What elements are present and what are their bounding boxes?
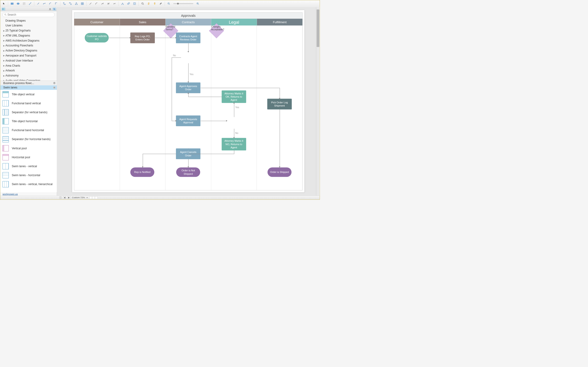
pan-tool-icon[interactable] [146,1,151,6]
ellipse-tool-icon[interactable] [16,1,21,6]
close-icon[interactable]: ✕ [53,86,56,89]
shape-item[interactable]: Horizontal pool [0,153,57,162]
lane-header[interactable]: Sales [120,19,166,25]
node-requests[interactable]: Agent Requests Approval [176,116,200,126]
close-icon[interactable]: ✕ [53,82,56,84]
shape-item[interactable]: Title object vertical [0,90,57,99]
shape-thumb-icon [2,172,9,178]
table-tool-icon[interactable] [80,1,85,6]
shape-item[interactable]: Swim lanes - horizontal [0,171,57,180]
highlighter-icon[interactable] [152,1,157,6]
arc-tool-icon[interactable] [94,1,99,6]
library-panel-icon[interactable] [2,8,5,11]
lane-header[interactable]: Contracts [166,19,211,25]
sidebar-item[interactable]: ▶Aerospace and Transport [0,53,57,58]
node-rep-notified[interactable]: Rep is Notified [131,167,154,177]
node-approves[interactable]: Agent Approves Order [176,83,200,93]
curve-tool-icon[interactable] [100,1,105,6]
group-icon[interactable] [132,1,137,6]
zoom-slider[interactable] [174,3,193,4]
search-toggle-icon[interactable] [53,8,56,11]
edit-points-icon[interactable] [120,1,125,6]
shape-item[interactable]: Swim lanes - vertical [0,162,57,171]
edge [188,63,189,82]
tree-conn-icon[interactable] [74,1,79,6]
node-shipped[interactable]: Order is Shipped [268,167,291,177]
text-tool-icon[interactable] [22,1,27,6]
shape-item[interactable]: Separator (for horizontal bands) [0,135,57,144]
lane-header[interactable]: Fulfillment [257,19,303,25]
poly-tool-icon[interactable] [106,1,111,6]
sidebar-item[interactable]: ▶Artwork [0,68,57,73]
ungroup-icon[interactable] [126,1,131,6]
node-pick[interactable]: Pick Order Log Shipment [267,99,292,109]
cursor-tool-icon[interactable] [2,1,7,6]
node-attorney-ok[interactable]: Attorney Marks it OK, Returns to Agent [222,91,246,103]
zoom-slider-thumb[interactable] [177,3,179,5]
svg-rect-46 [50,8,51,9]
split-handle[interactable] [59,196,62,199]
footer-link[interactable]: workpower.us [0,192,57,196]
shape-item[interactable]: Vertical pool [0,144,57,153]
shape-thumb-icon [2,136,9,142]
sidebar-item[interactable]: User Libraries [0,23,57,28]
smart-conn3-icon[interactable] [48,1,53,6]
shape-item[interactable]: Functional band vertical [0,99,57,108]
line-tool-icon[interactable] [88,1,93,6]
sidebar-item[interactable]: ▶ATM UML Diagrams [0,33,57,38]
swimlane-title[interactable]: Approvals [74,12,303,19]
grid-view-icon[interactable] [49,8,52,11]
sidebar: Drawing Shapes User Libraries ▶25 Typica… [0,7,57,195]
node-rep-logs[interactable]: Rep Logs PO, Enters Order [131,32,155,43]
rect-tool-icon[interactable] [10,1,15,6]
shape-item[interactable]: Title object horizontal [0,117,57,126]
zoom-level-label[interactable]: Custom 72% [72,196,85,199]
sidebar-item[interactable]: Drawing Shapes [0,18,57,23]
sidebar-item[interactable]: ▶Astronomy [0,73,57,78]
route1-icon[interactable] [62,1,67,6]
page-back-button[interactable]: ◀ [63,196,66,199]
sidebar-item[interactable]: ▶Android User Interface [0,58,57,63]
svg-rect-19 [77,4,77,5]
sidebar-item[interactable]: ▶25 Typical Orgcharts [0,28,57,33]
arrow-icon [142,167,144,168]
eyedropper-icon[interactable] [158,1,163,6]
connector-tool-icon[interactable] [28,1,33,6]
node-changes[interactable]: Changes Acceptable? [211,25,226,41]
sidebar-item[interactable]: ▶Audio and Video Connectors [0,78,57,81]
shape-item[interactable]: Separator (for vertical bands) [0,108,57,117]
vertical-scrollbar[interactable] [316,7,320,195]
shape-item[interactable]: Swim lanes - vertical, hierarchical [0,180,57,189]
chevron-down-icon[interactable]: ▼ [86,197,88,199]
zoom-in-icon[interactable] [195,1,200,6]
sidebar-item[interactable]: ▶Area Charts [0,63,57,68]
zoom-area-icon[interactable] [140,1,145,6]
lane-header[interactable]: Customer [74,19,120,25]
lane-header[interactable]: Legal [211,19,257,25]
node-reviews[interactable]: Contracts Agent Reviews Order [176,32,200,43]
search-input[interactable] [8,13,53,16]
library-tab[interactable]: Business process flowc...✕ [0,81,57,85]
page-forward-button[interactable]: ▶ [67,196,71,199]
node-attorney-no[interactable]: Attorney Marks it NO, Returns to Agent [222,138,246,150]
node-not-shipped[interactable]: Order is Not Shipped [176,167,200,177]
library-tab[interactable]: Swim lanes✕ [0,85,57,90]
sidebar-item[interactable]: ▶Accounting Flowcharts [0,43,57,48]
shape-item[interactable]: Functional band horizontal [0,126,57,135]
smart-conn4-icon[interactable] [54,1,59,6]
scrollbar-thumb[interactable] [316,9,319,47]
svg-point-49 [54,8,55,9]
sidebar-item[interactable]: ▶AWS Architecture Diagrams [0,38,57,43]
free-tool-icon[interactable] [112,1,117,6]
sidebar-item[interactable]: ▶Active Directory Diagrams [0,48,57,53]
node-customer-po[interactable]: Customer submits PO [85,33,109,42]
zoom-out-icon[interactable] [166,1,171,6]
smart-conn2-icon[interactable] [42,1,47,6]
smart-conn1-icon[interactable] [36,1,41,6]
svg-rect-17 [76,2,77,3]
view-mode-buttons[interactable] [89,196,98,199]
status-bar: ◀ ▶ Custom 72% ▼ [0,196,320,199]
route2-icon[interactable] [68,1,73,6]
canvas[interactable]: Approvals Customer Sales Contracts Legal… [72,10,305,192]
canvas-area[interactable]: Approvals Customer Sales Contracts Legal… [57,7,320,195]
